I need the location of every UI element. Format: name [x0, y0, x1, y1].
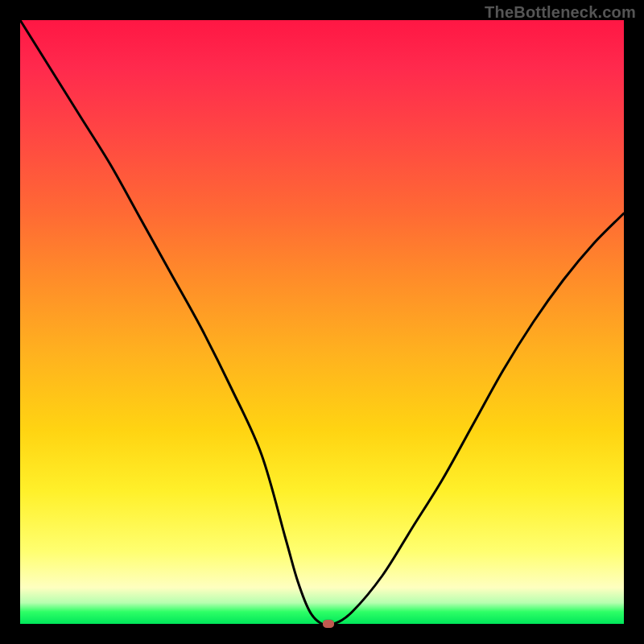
watermark-text: TheBottleneck.com: [485, 3, 636, 22]
bottleneck-curve: [20, 20, 624, 624]
chart-frame: TheBottleneck.com: [0, 0, 644, 644]
plot-area: [20, 20, 624, 624]
optimum-marker: [323, 620, 334, 628]
